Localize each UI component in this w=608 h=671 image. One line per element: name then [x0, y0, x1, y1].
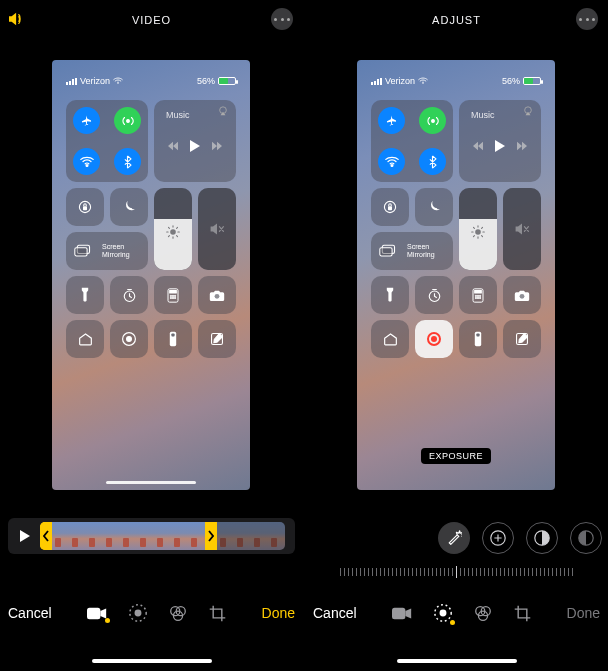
exposure-button[interactable] [482, 522, 514, 554]
airplane-icon [378, 107, 405, 134]
connectivity-tile [371, 100, 453, 182]
carrier-label: Verizon [80, 76, 110, 86]
signal-icon [371, 78, 382, 85]
svg-rect-24 [87, 607, 100, 619]
tool-crop[interactable] [513, 604, 532, 623]
cancel-button[interactable]: Cancel [313, 605, 357, 621]
timeline-selected-frames [52, 522, 205, 550]
shadows-button[interactable] [570, 522, 602, 554]
svg-rect-35 [388, 206, 392, 210]
volume-mute-icon [209, 222, 225, 236]
connectivity-tile [66, 100, 148, 182]
timeline-trailing-frames [217, 522, 285, 550]
top-bar: VIDEO [0, 6, 303, 34]
svg-rect-8 [75, 248, 87, 256]
notes-tile [503, 320, 541, 358]
do-not-disturb-tile [110, 188, 148, 226]
volume-tile [503, 188, 541, 270]
do-not-disturb-tile [415, 188, 453, 226]
record-red-icon [427, 332, 441, 346]
video-timeline[interactable] [8, 518, 295, 554]
music-label: Music [166, 110, 190, 120]
done-button[interactable]: Done [567, 605, 600, 621]
svg-point-17 [174, 297, 175, 298]
svg-point-2 [86, 164, 88, 166]
trim-end-handle[interactable] [205, 522, 217, 550]
adjust-scale[interactable] [313, 562, 600, 582]
more-button[interactable] [271, 8, 293, 30]
bluetooth-icon [114, 148, 141, 175]
carrier-label: Verizon [385, 76, 415, 86]
svg-point-26 [135, 610, 140, 615]
svg-point-18 [215, 293, 220, 298]
svg-rect-38 [380, 248, 392, 256]
svg-point-6 [170, 229, 176, 235]
done-button[interactable]: Done [262, 605, 295, 621]
svg-point-57 [440, 610, 445, 615]
orientation-lock-tile [371, 188, 409, 226]
video-preview[interactable]: Verizon 56% [357, 60, 555, 490]
wifi-icon [113, 77, 123, 85]
adjust-dial-row [313, 518, 600, 558]
tool-filters[interactable] [168, 603, 188, 623]
wifi-toggle-icon [73, 148, 100, 175]
battery-pct: 56% [502, 76, 520, 86]
tool-adjust[interactable] [128, 603, 148, 623]
timeline-play-button[interactable] [14, 522, 36, 550]
more-button[interactable] [576, 8, 598, 30]
video-preview[interactable]: Verizon 56% [52, 60, 250, 490]
editor-pane-video: VIDEO Verizon 56% [0, 0, 303, 671]
svg-point-46 [477, 297, 478, 298]
svg-rect-5 [83, 206, 87, 210]
battery-icon [218, 77, 236, 85]
screen-mirroring-tile: Screen Mirroring [371, 232, 453, 270]
bluetooth-icon [419, 148, 446, 175]
screen-mirroring-label-2: Mirroring [407, 251, 435, 258]
home-indicator [106, 481, 196, 484]
nav-home-indicator [397, 659, 517, 663]
tool-filters[interactable] [473, 603, 493, 623]
top-bar: ADJUST [305, 6, 608, 34]
svg-point-1 [126, 119, 129, 122]
orientation-lock-tile [66, 188, 104, 226]
cellular-icon [114, 107, 141, 134]
tool-adjust[interactable] [433, 603, 453, 623]
auto-enhance-button[interactable] [438, 522, 470, 554]
svg-point-48 [520, 293, 525, 298]
cancel-button[interactable]: Cancel [8, 605, 52, 621]
brightness-tile [459, 188, 497, 270]
trim-start-handle[interactable] [40, 522, 52, 550]
svg-point-13 [172, 295, 173, 296]
svg-point-30 [422, 83, 423, 84]
music-tile: Music [459, 100, 541, 182]
screen-mirroring-label-2: Mirroring [102, 251, 130, 258]
svg-point-32 [391, 164, 393, 166]
remote-tile [459, 320, 497, 358]
brightness-icon [166, 225, 180, 239]
wifi-toggle-icon [378, 148, 405, 175]
bottom-toolbar: Cancel Done [8, 599, 295, 627]
highlights-button[interactable] [526, 522, 558, 554]
signal-icon [66, 78, 77, 85]
flashlight-tile [371, 276, 409, 314]
svg-point-0 [117, 83, 118, 84]
tool-crop[interactable] [208, 604, 227, 623]
home-tile [66, 320, 104, 358]
brightness-icon [471, 225, 485, 239]
camera-tile [198, 276, 236, 314]
svg-point-47 [479, 297, 480, 298]
svg-point-15 [170, 297, 171, 298]
forward-icon [211, 141, 223, 151]
rewind-icon [472, 141, 484, 151]
svg-point-44 [479, 295, 480, 296]
flashlight-tile [66, 276, 104, 314]
ios-status-bar: Verizon 56% [52, 60, 250, 92]
volume-icon[interactable] [6, 8, 28, 30]
tool-video[interactable] [86, 606, 108, 621]
svg-rect-50 [476, 333, 479, 336]
editor-pane-adjust: ADJUST Verizon 56% [305, 0, 608, 671]
rewind-icon [167, 141, 179, 151]
tool-video[interactable] [391, 606, 413, 621]
svg-point-36 [475, 229, 481, 235]
cellular-icon [419, 107, 446, 134]
